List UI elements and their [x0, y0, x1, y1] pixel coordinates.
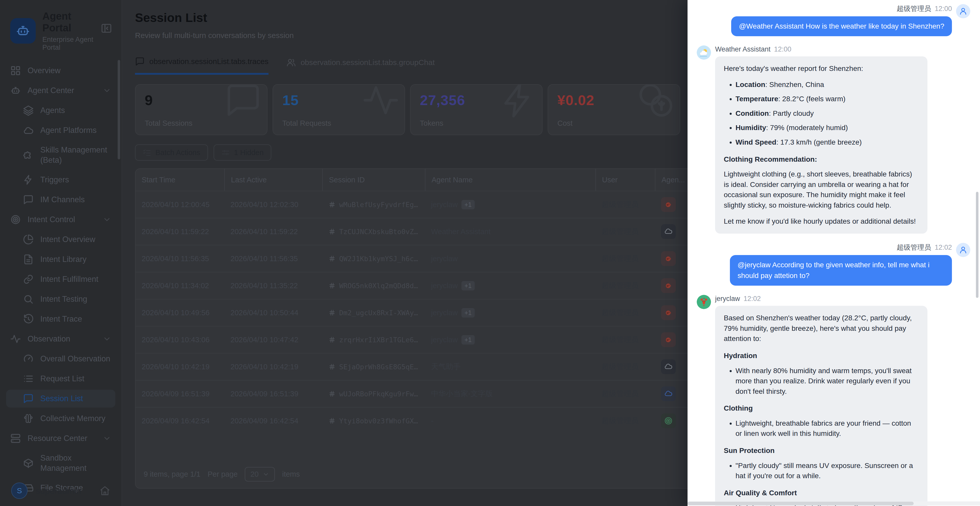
toolbar: Batch Actions 1 Hidden: [135, 144, 271, 161]
sliders-icon: [221, 148, 230, 157]
cell-user: 超级管理员: [595, 327, 655, 353]
dark-cloud-avatar: [661, 224, 676, 239]
message-time: 12:00: [935, 5, 952, 13]
cell-start-time: 2026/04/10 11:59:22: [135, 218, 224, 245]
red-bird-avatar: [661, 305, 676, 320]
cell-last-active: 2026/04/10 10:47:42: [224, 327, 322, 353]
sidebar-item-intent-trace[interactable]: Intent Trace: [6, 310, 115, 328]
table-row[interactable]: 2026/04/10 12:00:452026/04/10 12:02:30wM…: [135, 191, 709, 218]
sidebar-item-label: Agents: [40, 105, 111, 116]
sidebar-item-agent-platforms[interactable]: Agent Platforms: [6, 121, 115, 139]
home-icon[interactable]: [100, 485, 110, 496]
cell-agent-name: -: [425, 408, 595, 434]
message-time: 12:00: [774, 45, 791, 53]
sidebar-scrollbar[interactable]: [118, 60, 120, 159]
cell-agent-name: jeryclaw+1: [425, 191, 595, 218]
column-header-start-time: Start Time: [135, 169, 224, 191]
table-row[interactable]: 2026/04/09 16:51:392026/04/09 16:51:39wU…: [135, 380, 709, 407]
sidebar-item-intent-testing[interactable]: Intent Testing: [6, 290, 115, 308]
per-page-select[interactable]: 20: [245, 467, 275, 482]
sidebar-item-label: Triggers: [40, 175, 111, 185]
batch-actions-button[interactable]: Batch Actions: [135, 144, 208, 161]
sidebar-item-intent-overview[interactable]: Intent Overview: [6, 230, 115, 248]
red-bird-avatar: [661, 251, 676, 266]
sidebar-collapse-icon[interactable]: [100, 22, 112, 34]
cell-session-id: TzCUJNCXbskuBto0vZ…: [322, 218, 425, 245]
user-message-bubble: @Weather Assistant How is the weather li…: [731, 16, 952, 36]
chat-horizontal-scrollbar[interactable]: [687, 502, 914, 505]
message-author: jeryclaw: [715, 295, 740, 303]
message-square-icon: [23, 393, 34, 404]
agent-count-badge: +1: [461, 281, 475, 290]
cell-user: 超级管理员: [595, 218, 655, 245]
sidebar-item-label: Intent Fulfillment: [40, 274, 111, 284]
lobster-avatar-icon: [697, 295, 711, 309]
sidebar-item-label: IM Channels: [40, 195, 111, 205]
stat-label: Total Sessions: [145, 119, 192, 127]
message-author: Weather Assistant: [715, 45, 770, 53]
column-header-agent-name: Agent Name: [425, 169, 595, 191]
brain-icon: [23, 413, 34, 424]
sidebar-item-observation[interactable]: Observation: [6, 330, 115, 348]
chat-vertical-scrollbar[interactable]: [976, 192, 978, 298]
sidebar-item-collective-memory[interactable]: Collective Memory: [6, 409, 115, 427]
app-logo: [10, 18, 36, 44]
sidebar-item-label: Overall Observation: [40, 354, 111, 364]
red-bird-avatar: [661, 197, 676, 212]
agent-count-badge: +1: [461, 200, 475, 209]
sidebar-item-label: Session List: [40, 393, 111, 404]
hidden-columns-button[interactable]: 1 Hidden: [213, 144, 271, 161]
sidebar-item-resource-center[interactable]: Resource Center: [6, 430, 115, 447]
weather-avatar-icon: [697, 45, 711, 60]
table-row[interactable]: 2026/04/10 10:42:192026/04/10 10:42:19SE…: [135, 353, 709, 380]
table-row[interactable]: 2026/04/10 11:56:352026/04/10 11:56:35QW…: [135, 245, 709, 272]
chat-horizontal-scrollbar-track: [687, 501, 980, 506]
sidebar-item-skills-management-beta-[interactable]: Skills Management (Beta): [6, 141, 115, 169]
table-row[interactable]: 2026/04/10 10:49:562026/04/10 10:50:44Dm…: [135, 299, 709, 326]
person-avatar-icon: [956, 243, 970, 257]
table-row[interactable]: 2026/04/10 11:34:022026/04/10 11:35:22WR…: [135, 272, 709, 299]
cell-session-id: WROG5nk0Xlq2mQDd8d…: [322, 272, 425, 299]
sidebar-item-label: Request List: [40, 374, 111, 384]
session-table: Start TimeLast ActiveSession IDAgent Nam…: [135, 168, 710, 489]
sidebar-item-sandbox-management[interactable]: Sandbox Management: [6, 449, 115, 477]
tab-label: observation.sessionList.tabs.groupChat: [301, 58, 434, 67]
zap-icon: [499, 84, 538, 119]
message-square-icon: [23, 194, 34, 205]
table-row[interactable]: 2026/04/10 11:59:222026/04/10 11:59:22Tz…: [135, 218, 709, 245]
hash-icon: [328, 228, 336, 235]
sidebar-item-agents[interactable]: Agents: [6, 102, 115, 119]
sidebar-item-session-list[interactable]: Session List: [6, 390, 115, 408]
sidebar-item-intent-control[interactable]: Intent Control: [6, 211, 115, 228]
table-row[interactable]: 2026/04/10 10:43:062026/04/10 10:47:42zr…: [135, 326, 709, 353]
cell-agent-name: Weather Assistant: [425, 218, 595, 245]
hash-icon: [328, 363, 336, 370]
sidebar-item-intent-library[interactable]: Intent Library: [6, 251, 115, 268]
sidebar-item-request-list[interactable]: Request List: [6, 370, 115, 388]
tab-traces[interactable]: observation.sessionList.tabs.traces: [135, 57, 269, 75]
app-title: Agent Portal: [42, 10, 94, 34]
table-row[interactable]: 2026/04/09 16:42:542026/04/09 16:42:54Yt…: [135, 407, 709, 434]
red-bird-avatar: [661, 332, 676, 347]
green-target-avatar: [661, 413, 676, 428]
column-header-last-active: Last Active: [224, 169, 322, 191]
sidebar-item-intent-fulfillment[interactable]: Intent Fulfillment: [6, 270, 115, 288]
stat-card-total-sessions: 9Total Sessions: [135, 84, 267, 135]
person-avatar-icon: [956, 4, 970, 18]
sidebar-user-row[interactable]: S superadmin: [0, 475, 121, 506]
hash-icon: [328, 255, 336, 262]
stat-label: Cost: [557, 119, 573, 127]
message-square-icon: [135, 57, 145, 66]
message-time: 12:02: [935, 244, 952, 251]
hash-icon: [328, 390, 336, 397]
tab-group-chat[interactable]: observation.sessionList.tabs.groupChat: [286, 57, 434, 75]
sidebar-item-overview[interactable]: Overview: [6, 62, 115, 79]
sidebar-item-triggers[interactable]: Triggers: [6, 171, 115, 189]
cell-last-active: 2026/04/09 16:42:54: [224, 408, 322, 434]
sidebar-item-im-channels[interactable]: IM Channels: [6, 191, 115, 209]
sidebar-item-overall-observation[interactable]: Overall Observation: [6, 350, 115, 368]
target-icon: [10, 214, 21, 225]
cell-session-id: zrqrHxrIiXBr1TGLe6…: [322, 327, 425, 353]
sidebar-item-agent-center[interactable]: Agent Center: [6, 82, 115, 100]
cell-session-id: wUJoRBoPFkqKgu9rFw…: [322, 381, 425, 407]
